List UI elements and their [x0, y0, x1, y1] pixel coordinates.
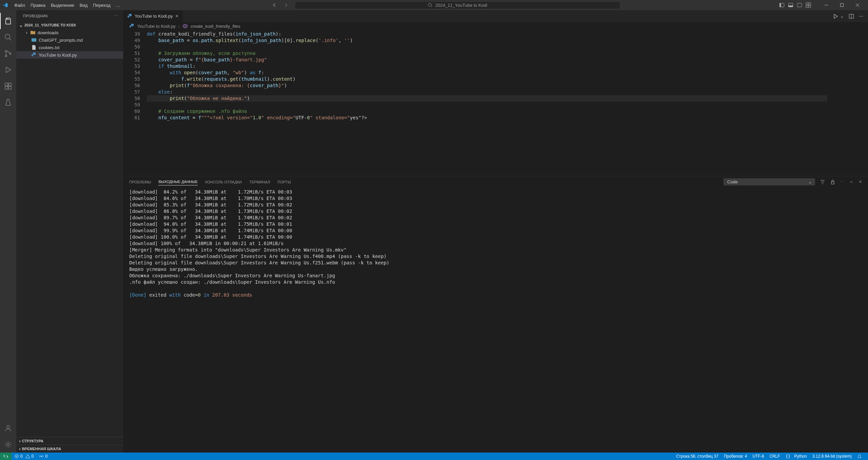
sidebar-section-timeline[interactable]: ВРЕМЕННАЯ ШКАЛА — [16, 445, 123, 453]
sidebar-title: ПРОВОДНИК — [23, 14, 48, 18]
svg-point-12 — [5, 51, 7, 52]
status-remote-button[interactable] — [0, 453, 12, 460]
panel-close-icon[interactable]: ✕ — [859, 180, 862, 184]
main-menu: ФайлПравкаВыделениеВидПереход… — [12, 1, 123, 9]
activity-extensions-icon[interactable] — [0, 78, 16, 94]
svg-point-26 — [41, 456, 42, 457]
tree-item-label: downloads — [38, 30, 59, 35]
status-warnings-count: 0 — [32, 454, 34, 459]
window-minimize-button[interactable] — [818, 0, 834, 10]
panel-maximize-icon[interactable] — [849, 179, 854, 185]
svg-rect-15 — [5, 83, 8, 86]
vscode-logo-icon — [3, 2, 8, 8]
panel-lock-icon[interactable] — [830, 179, 835, 185]
status-eol[interactable]: CRLF — [767, 453, 783, 460]
run-dropdown-icon[interactable]: ⌄ — [840, 14, 844, 19]
symbol-method-icon — [182, 23, 188, 29]
run-file-icon[interactable] — [833, 14, 838, 19]
window-maximize-button[interactable] — [834, 0, 850, 10]
output-channel-label: Code — [727, 179, 738, 184]
menu-item[interactable]: Правка — [28, 1, 48, 9]
status-python-interpreter[interactable]: 3.12.6 64-bit (system) — [810, 453, 854, 460]
folder-root[interactable]: 2024_11_YOUTUBE TO KODI — [16, 21, 123, 29]
panel-filter-icon[interactable] — [820, 179, 825, 185]
activity-search-icon[interactable] — [0, 29, 16, 45]
minimap[interactable] — [827, 30, 868, 176]
status-problems[interactable]: 0 0 — [12, 453, 36, 460]
menu-item[interactable]: … — [113, 1, 123, 9]
search-text: 2024_11_YouTube to Kodi — [435, 3, 487, 8]
code-content[interactable]: def create_kodi_friendly_files(info_json… — [147, 30, 827, 176]
menu-item[interactable]: Переход — [90, 1, 113, 9]
tab-close-icon[interactable]: ✕ — [175, 14, 179, 19]
status-indentation[interactable]: Пробелов: 4 — [721, 453, 750, 460]
window-close-button[interactable] — [850, 0, 865, 10]
svg-rect-8 — [806, 5, 808, 7]
svg-rect-16 — [5, 86, 8, 89]
layout-sidebar-right-icon[interactable] — [797, 2, 802, 8]
breadcrumb-symbol: create_kodi_friendly_files — [191, 24, 240, 29]
svg-point-13 — [5, 55, 7, 57]
activity-source-control-icon[interactable] — [0, 45, 16, 62]
section-label: ВРЕМЕННАЯ ШКАЛА — [22, 447, 61, 451]
status-encoding-label: UTF-8 — [752, 454, 764, 459]
status-language-mode[interactable]: {} Python — [783, 453, 810, 460]
status-encoding[interactable]: UTF-8 — [750, 453, 767, 460]
menu-item[interactable]: Файл — [12, 1, 28, 9]
nav-back-icon[interactable] — [272, 2, 277, 8]
command-center-search[interactable]: 2024_11_YouTube to Kodi — [295, 1, 620, 9]
folder-root-label: 2024_11_YOUTUBE TO KODI — [24, 23, 76, 27]
svg-rect-24 — [831, 182, 834, 184]
tab-label: YouTube to Kodi.py — [135, 14, 173, 19]
tab-file[interactable]: YouTube to Kodi.py ✕ — [123, 10, 183, 22]
status-notifications-icon[interactable] — [854, 453, 865, 460]
sidebar-more-icon[interactable]: ⋯ — [114, 14, 118, 18]
panel-more-icon[interactable]: ⋯ — [840, 180, 844, 184]
svg-rect-10 — [840, 4, 843, 7]
tree-folder[interactable]: downloads — [16, 29, 123, 36]
activity-accounts-icon[interactable] — [0, 420, 16, 436]
status-ports-count: 0 — [45, 454, 47, 459]
panel-tab[interactable]: ПОРТЫ — [277, 179, 291, 185]
tree-file[interactable]: YouTube to Kodi.py — [16, 51, 123, 59]
status-cursor-position[interactable]: Строка 58, столбец 37 — [673, 453, 721, 460]
activity-settings-icon[interactable] — [0, 436, 16, 453]
breadcrumb-file: YouTube to Kodi.py — [137, 24, 176, 29]
panel-tab[interactable]: ПРОБЛЕМЫ — [129, 179, 151, 185]
layout-panel-icon[interactable] — [788, 2, 793, 8]
svg-rect-2 — [779, 3, 781, 7]
panel-tab[interactable]: ВЫХОДНЫЕ ДАННЫЕ — [158, 178, 198, 185]
menu-item[interactable]: Вид — [77, 1, 91, 9]
status-spaces-label: Пробелов: 4 — [724, 454, 747, 459]
status-bar: 0 0 0 Строка 58, столбец 37 Пробелов: 4 … — [0, 453, 868, 460]
section-label: СТРУКТУРА — [22, 439, 43, 443]
titlebar: ФайлПравкаВыделениеВидПереход… 2024_11_Y… — [0, 0, 868, 10]
layout-sidebar-left-icon[interactable] — [779, 2, 785, 8]
line-gutter: 3949505152535455565758596061 — [123, 30, 147, 176]
svg-point-0 — [428, 3, 431, 6]
layout-customize-icon[interactable] — [806, 2, 811, 8]
activity-explorer-icon[interactable] — [0, 13, 16, 29]
nav-forward-icon[interactable] — [283, 2, 289, 8]
output-content[interactable]: [download] 84.2% of 34.38MiB at 1.72MiB/… — [123, 187, 868, 453]
svg-point-14 — [9, 53, 11, 55]
panel-tab[interactable]: ТЕРМИНАЛ — [249, 179, 270, 185]
panel-tab[interactable]: КОНСОЛЬ ОТЛАДКИ — [205, 179, 242, 185]
tree-item-label: cookies.txt — [39, 45, 59, 50]
tree-file[interactable]: cookies.txt — [16, 44, 123, 51]
output-channel-select[interactable]: Code ⌄ — [724, 178, 815, 185]
breadcrumb[interactable]: YouTube to Kodi.py › create_kodi_friendl… — [123, 22, 868, 30]
sidebar-section-outline[interactable]: СТРУКТУРА — [16, 437, 123, 445]
tree-file[interactable]: ChatGPT_prompts.md — [16, 36, 123, 44]
activity-run-debug-icon[interactable] — [0, 62, 16, 78]
code-editor[interactable]: 3949505152535455565758596061 def create_… — [123, 30, 868, 176]
split-editor-icon[interactable] — [849, 14, 854, 19]
status-position-label: Строка 58, столбец 37 — [676, 454, 718, 459]
editor-more-icon[interactable]: ⋯ — [859, 14, 863, 19]
menu-item[interactable]: Выделение — [48, 1, 77, 9]
activity-bar — [0, 10, 16, 453]
activity-testing-icon[interactable] — [0, 94, 16, 111]
svg-rect-17 — [8, 86, 11, 89]
tree-item-label: YouTube to Kodi.py — [39, 53, 77, 58]
status-ports[interactable]: 0 — [36, 453, 50, 460]
